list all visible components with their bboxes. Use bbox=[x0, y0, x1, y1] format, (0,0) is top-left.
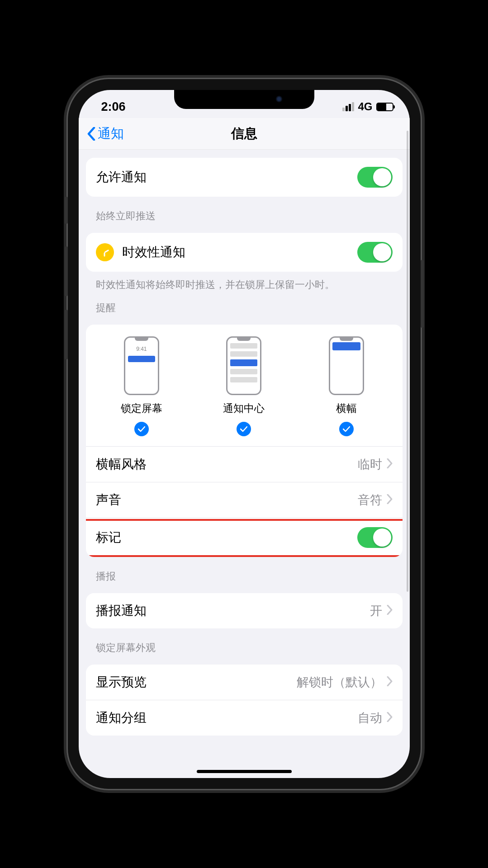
center-check[interactable] bbox=[237, 422, 251, 436]
allow-label: 允许通知 bbox=[96, 169, 147, 186]
show-previews-value: 解锁时（默认） bbox=[297, 674, 382, 690]
status-time: 2:06 bbox=[101, 100, 126, 114]
banner-check[interactable] bbox=[339, 422, 354, 436]
signal-icon bbox=[342, 102, 354, 111]
lockscreen-check[interactable] bbox=[134, 422, 149, 436]
alert-option-center[interactable]: 通知中心 bbox=[210, 336, 278, 436]
alerts-options: 9:41 锁定屏幕 bbox=[86, 325, 403, 446]
alert-option-lockscreen[interactable]: 9:41 锁定屏幕 bbox=[108, 336, 175, 436]
announce-label: 播报通知 bbox=[96, 602, 147, 619]
group-announce: 播报通知 开 bbox=[86, 593, 403, 628]
row-time-sensitive[interactable]: 时效性通知 bbox=[86, 233, 403, 272]
allow-toggle[interactable] bbox=[357, 167, 393, 188]
check-icon bbox=[138, 426, 145, 432]
row-badges[interactable]: 标记 bbox=[86, 518, 403, 557]
lockscreen-label: 锁定屏幕 bbox=[121, 401, 162, 415]
row-sounds[interactable]: 声音 音符 bbox=[86, 482, 403, 518]
sounds-value: 音符 bbox=[358, 492, 382, 508]
volume-up-button bbox=[65, 246, 68, 296]
scrollbar[interactable] bbox=[407, 131, 408, 592]
time-sensitive-label: 时效性通知 bbox=[122, 244, 185, 261]
banner-label: 横幅 bbox=[336, 401, 357, 415]
center-preview-icon bbox=[226, 336, 261, 395]
badges-label: 标记 bbox=[96, 529, 121, 546]
volume-down-button bbox=[65, 310, 68, 359]
chevron-right-icon bbox=[387, 711, 393, 725]
network-label: 4G bbox=[358, 100, 372, 113]
grouping-label: 通知分组 bbox=[96, 709, 147, 726]
battery-icon bbox=[376, 103, 393, 111]
row-notification-grouping[interactable]: 通知分组 自动 bbox=[86, 700, 403, 736]
silent-switch bbox=[65, 197, 68, 224]
back-button[interactable]: 通知 bbox=[87, 125, 124, 143]
header-alerts: 提醒 bbox=[79, 292, 410, 318]
header-lockscreen-appearance: 锁定屏幕外观 bbox=[79, 628, 410, 658]
header-announce: 播报 bbox=[79, 557, 410, 587]
center-label: 通知中心 bbox=[223, 401, 265, 415]
announce-value: 开 bbox=[370, 603, 382, 619]
chevron-left-icon bbox=[87, 127, 96, 141]
group-delivery: 时效性通知 bbox=[86, 233, 403, 272]
page-title: 信息 bbox=[79, 125, 410, 143]
badges-toggle[interactable] bbox=[357, 527, 393, 548]
chevron-right-icon bbox=[387, 458, 393, 472]
power-button bbox=[421, 260, 424, 328]
group-lockscreen-appearance: 显示预览 解锁时（默认） 通知分组 自动 bbox=[86, 665, 403, 736]
phone-device-frame: 2:06 4G 通知 信息 允许通知 bbox=[68, 79, 421, 789]
notch bbox=[174, 90, 314, 109]
row-allow-notifications[interactable]: 允许通知 bbox=[86, 158, 403, 197]
banner-style-label: 横幅风格 bbox=[96, 456, 147, 473]
chevron-right-icon bbox=[387, 493, 393, 507]
home-indicator[interactable] bbox=[197, 770, 292, 773]
check-icon bbox=[240, 426, 247, 432]
header-delivery: 始终立即推送 bbox=[79, 197, 410, 226]
banner-preview-icon bbox=[329, 336, 364, 395]
back-label: 通知 bbox=[98, 125, 124, 143]
time-sensitive-toggle[interactable] bbox=[357, 242, 393, 263]
check-icon bbox=[343, 426, 350, 432]
banner-style-value: 临时 bbox=[358, 456, 382, 472]
show-previews-label: 显示预览 bbox=[96, 674, 147, 691]
chevron-right-icon bbox=[387, 675, 393, 689]
group-alerts: 9:41 锁定屏幕 bbox=[86, 325, 403, 557]
status-right: 4G bbox=[342, 100, 393, 113]
alert-option-banner[interactable]: 横幅 bbox=[313, 336, 380, 436]
sounds-label: 声音 bbox=[96, 491, 121, 509]
row-announce[interactable]: 播报通知 开 bbox=[86, 593, 403, 628]
content: 允许通知 始终立即推送 时效性通知 时效性通知将始终即时推送，并在锁屏上保留一小… bbox=[79, 158, 410, 745]
row-banner-style[interactable]: 横幅风格 临时 bbox=[86, 446, 403, 482]
lockscreen-preview-icon: 9:41 bbox=[124, 336, 159, 395]
row-show-previews[interactable]: 显示预览 解锁时（默认） bbox=[86, 665, 403, 700]
clock-icon bbox=[96, 243, 114, 261]
chevron-right-icon bbox=[387, 604, 393, 618]
screen: 2:06 4G 通知 信息 允许通知 bbox=[79, 90, 410, 778]
grouping-value: 自动 bbox=[358, 710, 382, 726]
footer-delivery: 时效性通知将始终即时推送，并在锁屏上保留一小时。 bbox=[79, 272, 410, 292]
preview-time: 9:41 bbox=[125, 346, 158, 352]
nav-bar: 通知 信息 bbox=[79, 118, 410, 150]
group-allow: 允许通知 bbox=[86, 158, 403, 197]
